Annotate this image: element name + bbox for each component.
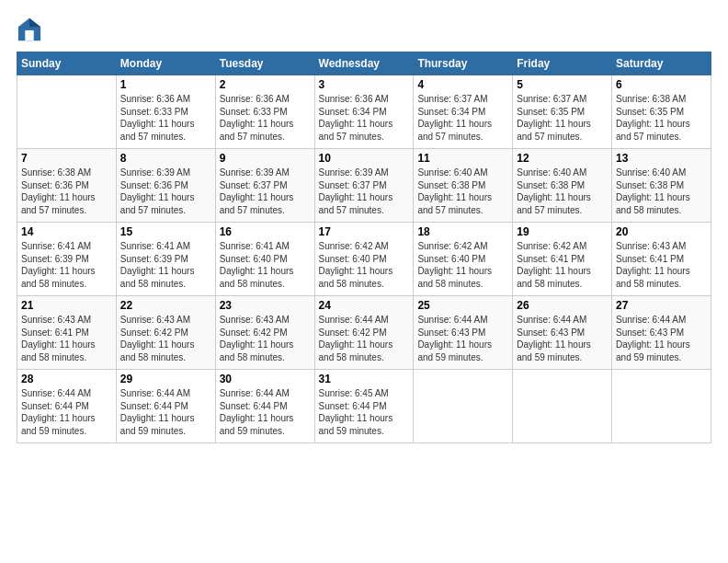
calendar-cell: 19Sunrise: 6:42 AMSunset: 6:41 PMDayligh…: [513, 223, 612, 296]
calendar-cell: 4Sunrise: 6:37 AMSunset: 6:34 PMDaylight…: [414, 75, 513, 149]
day-info: Sunrise: 6:37 AMSunset: 6:35 PMDaylight:…: [517, 93, 608, 143]
day-number: 4: [417, 78, 508, 91]
header-saturday: Saturday: [612, 52, 711, 75]
logo: [17, 17, 46, 42]
calendar-week-4: 21Sunrise: 6:43 AMSunset: 6:41 PMDayligh…: [17, 296, 711, 370]
day-info: Sunrise: 6:43 AMSunset: 6:42 PMDaylight:…: [120, 314, 211, 363]
day-info: Sunrise: 6:44 AMSunset: 6:44 PMDaylight:…: [220, 387, 311, 437]
calendar-cell: 6Sunrise: 6:38 AMSunset: 6:35 PMDaylight…: [612, 75, 711, 149]
day-info: Sunrise: 6:42 AMSunset: 6:40 PMDaylight:…: [417, 240, 508, 290]
calendar-cell: 2Sunrise: 6:36 AMSunset: 6:33 PMDaylight…: [215, 75, 314, 149]
day-number: 27: [616, 299, 707, 312]
calendar-cell: 21Sunrise: 6:43 AMSunset: 6:41 PMDayligh…: [17, 296, 117, 370]
day-info: Sunrise: 6:44 AMSunset: 6:43 PMDaylight:…: [417, 314, 508, 363]
day-info: Sunrise: 6:39 AMSunset: 6:37 PMDaylight:…: [319, 167, 410, 216]
page-header: [17, 17, 711, 42]
svg-marker-1: [29, 18, 40, 27]
calendar-cell: 14Sunrise: 6:41 AMSunset: 6:39 PMDayligh…: [17, 223, 117, 296]
day-number: 23: [220, 299, 311, 312]
day-number: 15: [120, 225, 211, 238]
day-number: 17: [319, 225, 410, 238]
day-number: 5: [517, 78, 608, 91]
calendar-week-1: 1Sunrise: 6:36 AMSunset: 6:33 PMDaylight…: [17, 75, 711, 149]
day-info: Sunrise: 6:40 AMSunset: 6:38 PMDaylight:…: [517, 167, 608, 216]
calendar-cell: 20Sunrise: 6:43 AMSunset: 6:41 PMDayligh…: [612, 223, 711, 296]
day-number: 24: [319, 299, 410, 312]
calendar-cell: 1Sunrise: 6:36 AMSunset: 6:33 PMDaylight…: [116, 75, 215, 149]
calendar-cell: 9Sunrise: 6:39 AMSunset: 6:37 PMDaylight…: [215, 149, 314, 223]
day-info: Sunrise: 6:44 AMSunset: 6:43 PMDaylight:…: [517, 314, 608, 363]
day-info: Sunrise: 6:43 AMSunset: 6:42 PMDaylight:…: [220, 314, 311, 363]
day-info: Sunrise: 6:42 AMSunset: 6:41 PMDaylight:…: [517, 240, 608, 290]
calendar-week-2: 7Sunrise: 6:38 AMSunset: 6:36 PMDaylight…: [17, 149, 711, 223]
calendar-cell: 24Sunrise: 6:44 AMSunset: 6:42 PMDayligh…: [314, 296, 414, 370]
day-info: Sunrise: 6:40 AMSunset: 6:38 PMDaylight:…: [417, 167, 508, 216]
day-info: Sunrise: 6:36 AMSunset: 6:33 PMDaylight:…: [120, 93, 211, 143]
day-number: 25: [417, 299, 508, 312]
day-info: Sunrise: 6:44 AMSunset: 6:43 PMDaylight:…: [616, 314, 707, 363]
calendar-cell: 18Sunrise: 6:42 AMSunset: 6:40 PMDayligh…: [414, 223, 513, 296]
calendar-cell: 31Sunrise: 6:45 AMSunset: 6:44 PMDayligh…: [314, 370, 414, 443]
day-number: 19: [517, 225, 608, 238]
day-number: 1: [120, 78, 211, 91]
calendar-cell: 7Sunrise: 6:38 AMSunset: 6:36 PMDaylight…: [17, 149, 117, 223]
day-info: Sunrise: 6:44 AMSunset: 6:44 PMDaylight:…: [120, 387, 211, 437]
calendar-cell: 16Sunrise: 6:41 AMSunset: 6:40 PMDayligh…: [215, 223, 314, 296]
day-number: 26: [517, 299, 608, 312]
day-number: 30: [220, 373, 311, 385]
day-number: 7: [21, 152, 112, 165]
calendar-cell: 3Sunrise: 6:36 AMSunset: 6:34 PMDaylight…: [314, 75, 414, 149]
calendar-cell: 23Sunrise: 6:43 AMSunset: 6:42 PMDayligh…: [215, 296, 314, 370]
calendar-cell: 27Sunrise: 6:44 AMSunset: 6:43 PMDayligh…: [612, 296, 711, 370]
day-info: Sunrise: 6:41 AMSunset: 6:39 PMDaylight:…: [120, 240, 211, 290]
calendar-cell: [612, 370, 711, 443]
calendar-cell: [414, 370, 513, 443]
day-info: Sunrise: 6:43 AMSunset: 6:41 PMDaylight:…: [21, 314, 112, 363]
calendar-cell: 13Sunrise: 6:40 AMSunset: 6:38 PMDayligh…: [612, 149, 711, 223]
header-friday: Friday: [513, 52, 612, 75]
calendar-cell: 25Sunrise: 6:44 AMSunset: 6:43 PMDayligh…: [414, 296, 513, 370]
header-tuesday: Tuesday: [215, 52, 314, 75]
day-number: 21: [21, 299, 112, 312]
day-number: 22: [120, 299, 211, 312]
day-info: Sunrise: 6:39 AMSunset: 6:36 PMDaylight:…: [120, 167, 211, 216]
calendar-cell: 10Sunrise: 6:39 AMSunset: 6:37 PMDayligh…: [314, 149, 414, 223]
day-number: 10: [319, 152, 410, 165]
calendar-table: SundayMondayTuesdayWednesdayThursdayFrid…: [17, 52, 711, 443]
calendar-cell: [513, 370, 612, 443]
day-number: 18: [417, 225, 508, 238]
day-number: 20: [616, 225, 707, 238]
header-sunday: Sunday: [17, 52, 117, 75]
day-number: 9: [220, 152, 311, 165]
calendar-cell: [17, 75, 117, 149]
day-info: Sunrise: 6:42 AMSunset: 6:40 PMDaylight:…: [319, 240, 410, 290]
day-info: Sunrise: 6:44 AMSunset: 6:42 PMDaylight:…: [319, 314, 410, 363]
day-info: Sunrise: 6:39 AMSunset: 6:37 PMDaylight:…: [220, 167, 311, 216]
day-info: Sunrise: 6:36 AMSunset: 6:34 PMDaylight:…: [319, 93, 410, 143]
day-number: 6: [616, 78, 707, 91]
calendar-cell: 8Sunrise: 6:39 AMSunset: 6:36 PMDaylight…: [116, 149, 215, 223]
calendar-cell: 5Sunrise: 6:37 AMSunset: 6:35 PMDaylight…: [513, 75, 612, 149]
day-number: 14: [21, 225, 112, 238]
day-number: 13: [616, 152, 707, 165]
header-monday: Monday: [116, 52, 215, 75]
day-info: Sunrise: 6:41 AMSunset: 6:39 PMDaylight:…: [21, 240, 112, 290]
calendar-cell: 26Sunrise: 6:44 AMSunset: 6:43 PMDayligh…: [513, 296, 612, 370]
logo-icon: [17, 17, 42, 42]
calendar-cell: 15Sunrise: 6:41 AMSunset: 6:39 PMDayligh…: [116, 223, 215, 296]
day-number: 28: [21, 373, 112, 385]
day-number: 8: [120, 152, 211, 165]
day-info: Sunrise: 6:43 AMSunset: 6:41 PMDaylight:…: [616, 240, 707, 290]
svg-rect-2: [25, 30, 33, 40]
day-number: 16: [220, 225, 311, 238]
day-number: 29: [120, 373, 211, 385]
day-number: 2: [220, 78, 311, 91]
calendar-header-row: SundayMondayTuesdayWednesdayThursdayFrid…: [17, 52, 711, 75]
day-info: Sunrise: 6:45 AMSunset: 6:44 PMDaylight:…: [319, 387, 410, 437]
day-info: Sunrise: 6:37 AMSunset: 6:34 PMDaylight:…: [417, 93, 508, 143]
calendar-cell: 22Sunrise: 6:43 AMSunset: 6:42 PMDayligh…: [116, 296, 215, 370]
day-number: 3: [319, 78, 410, 91]
day-info: Sunrise: 6:38 AMSunset: 6:36 PMDaylight:…: [21, 167, 112, 216]
day-info: Sunrise: 6:38 AMSunset: 6:35 PMDaylight:…: [616, 93, 707, 143]
calendar-week-5: 28Sunrise: 6:44 AMSunset: 6:44 PMDayligh…: [17, 370, 711, 443]
